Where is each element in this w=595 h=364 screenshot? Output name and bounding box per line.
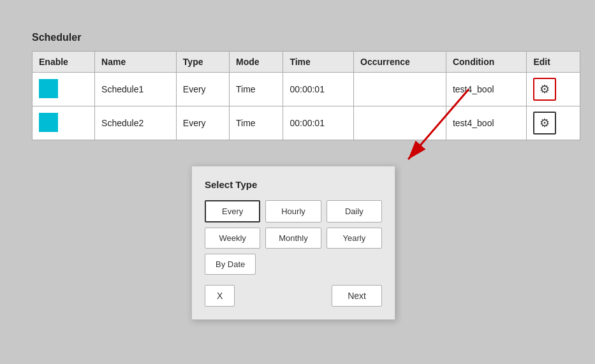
type-btn-bydate[interactable]: By Date <box>205 254 256 275</box>
edit-cell-1: ⚙ <box>527 73 580 106</box>
condition-cell-2: test4_bool <box>446 106 527 140</box>
occurrence-cell-2 <box>354 106 446 140</box>
enable-cell-2 <box>33 106 95 140</box>
col-header-edit: Edit <box>527 52 580 73</box>
type-btn-hourly[interactable]: Hourly <box>265 200 321 222</box>
col-header-type: Type <box>176 52 229 73</box>
next-button[interactable]: Next <box>332 285 382 307</box>
col-header-time: Time <box>283 52 354 73</box>
edit-button-2[interactable]: ⚙ <box>533 112 556 135</box>
dialog-title: Select Type <box>205 179 382 190</box>
type-buttons-row1: Every Hourly Daily Weekly Monthly Yearly <box>205 200 382 249</box>
table-row: Schedule2 Every Time 00:00:01 test4_bool… <box>33 106 580 140</box>
edit-button-1[interactable]: ⚙ <box>533 78 556 101</box>
type-btn-monthly[interactable]: Monthly <box>265 228 321 249</box>
type-cell-2: Every <box>176 106 229 140</box>
enable-cell-1 <box>33 73 95 106</box>
type-cell-1: Every <box>176 73 229 106</box>
gear-icon: ⚙ <box>540 82 550 96</box>
occurrence-cell-1 <box>354 73 446 106</box>
mode-cell-2: Time <box>230 106 283 140</box>
cancel-button[interactable]: X <box>205 285 235 307</box>
enable-toggle-1[interactable] <box>39 79 58 98</box>
dialog-footer: X Next <box>205 285 382 307</box>
time-cell-1: 00:00:01 <box>283 73 354 106</box>
name-cell-1: Schedule1 <box>95 73 177 106</box>
scheduler-table: Enable Name Type Mode Time Occurrence Co… <box>32 51 580 140</box>
table-row: Schedule1 Every Time 00:00:01 test4_bool… <box>33 73 580 106</box>
time-cell-2: 00:00:01 <box>283 106 354 140</box>
gear-icon: ⚙ <box>540 116 550 130</box>
enable-toggle-2[interactable] <box>39 113 58 132</box>
mode-cell-1: Time <box>230 73 283 106</box>
select-type-dialog: Select Type Every Hourly Daily Weekly Mo… <box>191 166 395 320</box>
col-header-condition: Condition <box>446 52 527 73</box>
col-header-name: Name <box>95 52 177 73</box>
col-header-occurrence: Occurrence <box>354 52 446 73</box>
name-cell-2: Schedule2 <box>95 106 177 140</box>
condition-cell-1: test4_bool <box>446 73 527 106</box>
type-btn-daily[interactable]: Daily <box>327 200 382 222</box>
edit-cell-2: ⚙ <box>527 106 580 140</box>
col-header-enable: Enable <box>33 52 95 73</box>
type-btn-weekly[interactable]: Weekly <box>205 228 260 249</box>
type-btn-every[interactable]: Every <box>205 200 260 222</box>
type-btn-yearly[interactable]: Yearly <box>327 228 382 249</box>
col-header-mode: Mode <box>230 52 283 73</box>
page-title: Scheduler <box>32 32 563 43</box>
type-buttons-row3: By Date <box>205 254 382 275</box>
